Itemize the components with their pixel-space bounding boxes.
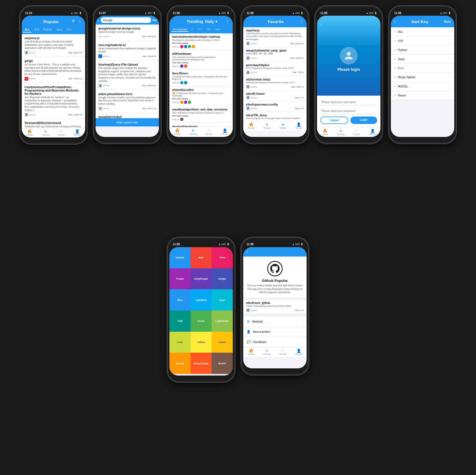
about-menu-author[interactable]: 👤 About Author › [243,327,307,337]
repo-item[interactable]: git/git Git Source Code Mirror - This is… [22,57,85,83]
back-button[interactable]: ‹ [320,23,321,27]
filter-go[interactable]: Go [206,27,211,32]
sort-item-mysql[interactable]: ≡ MySQL [391,82,454,91]
nav-favorite[interactable]: ♡ Favorite [275,349,291,355]
color-teal[interactable]: Teal [169,311,191,332]
sort-item-all[interactable]: ≡ ALL [391,27,454,36]
filter-c[interactable]: C [191,27,195,32]
trending-item[interactable]: NervJS/nerv A blazing fast React alterna… [169,70,233,87]
color-deeppurple[interactable]: DeepPurple [191,268,212,290]
fav-item[interactable]: nwjs/nw.js Call all Node.js modules dire… [243,27,307,47]
more-icon[interactable]: ⋮ [78,19,82,24]
fav-item[interactable]: ztlevi/E-Guard 👤 Author: Star: 1★ [243,91,307,101]
nav-favorite[interactable]: ♥ Favorite [275,122,291,129]
color-green[interactable]: Green [191,311,212,332]
sort-item-react-native[interactable]: ≡ React Native [391,73,454,82]
color-lightgreen[interactable]: LightGreen [212,311,233,332]
color-red[interactable]: Red [191,247,212,268]
nav-trending[interactable]: ✳ Trending [333,129,349,135]
tab-cpp[interactable]: C++ [65,27,73,33]
nav-favorite[interactable]: ♡ Favorite [201,128,217,135]
nav-account[interactable]: 👤 Account [291,349,307,355]
color-indigo[interactable]: Indigo [212,268,233,290]
nav-account[interactable]: 👤 Account [69,129,85,136]
trending-item[interactable]: mandliya/algorithms_and_data_structures … [169,106,233,123]
password-input[interactable] [320,108,377,114]
save-button[interactable]: Save [444,20,451,23]
fav-item[interactable]: gencebay/httplive HTTP Request & Respons… [243,62,307,76]
about-repo-item[interactable]: ztlevi/react_github Github Treading App … [243,300,307,314]
color-orange[interactable]: Orange [169,353,191,374]
logout-button[interactable]: Logout [320,117,348,124]
more-icon[interactable]: ⋮ [226,19,229,24]
color-brown[interactable]: Brown [212,353,233,374]
nav-trending[interactable]: ✳ Trending [38,129,54,136]
nav-trending[interactable]: ✳ Trending [259,349,275,355]
sort-item-python[interactable]: ≡ Python [391,45,454,55]
nav-trending[interactable]: ✳ Trending [259,122,275,129]
trending-item[interactable]: lAIK/meltdown This repository contains s… [169,50,233,70]
search-input[interactable]: Google [101,17,151,23]
nav-popular[interactable]: 🔥 Popular [22,129,38,136]
go-button[interactable]: Go [153,18,157,22]
repo-item[interactable]: nwjs/nw.js Call all Node.js modules dire… [22,34,85,57]
repo-item[interactable]: CamDavidsonPilon/Probabilistic-Programmi… [22,83,85,119]
trending-item[interactable]: kamranahmedse/developer-roadmap Roadmap … [169,33,233,50]
tab-ios[interactable]: iOS [33,27,40,33]
sort-item-ios[interactable]: ≡ iOS [391,36,454,45]
filter-cpp[interactable]: C++ [197,27,204,32]
back-button[interactable]: ‹ [98,18,99,22]
filter-all-lang[interactable]: All Language [172,27,188,32]
nav-favorite[interactable]: ♡ Favorite [349,129,365,135]
nav-popular-label: Popular [248,353,255,355]
filter-java[interactable]: Java [213,27,221,32]
repo-item[interactable]: blueimp/jQuery-File-Upload File Upload w… [96,61,159,90]
trending-item[interactable]: nhnent/tui.editor 🍞📝 Markdown WYSIWYG Ed… [169,87,233,106]
back-button[interactable]: ‹ [247,249,248,254]
fav-repo-desc: Demo program for TRI project built on El… [246,117,304,120]
tab-all[interactable]: ALL [23,27,31,33]
fav-item[interactable]: ztlevi/spacemacs-config 👤 Author: Star: … [243,101,307,112]
color-pink[interactable]: Pink [212,247,233,268]
nav-account[interactable]: 👤 Account [365,129,381,135]
repo-item[interactable]: StreisandEffect/streisand Streisand sets… [22,119,85,128]
add-custom-key-button[interactable]: Add custom key [96,118,159,126]
repo-item[interactable]: adam-p/markdown-here Google Chrome, Fire… [96,90,159,113]
nav-popular[interactable]: 🔥 Popular [317,129,333,135]
fav-item[interactable]: ztlevi/TRI_demo Demo program for TRI pro… [243,112,307,121]
nav-popular[interactable]: 🔥 Popular [243,122,259,129]
color-lightblue[interactable]: LightBlue [191,289,212,311]
nav-account[interactable]: 👤 Account [291,122,307,129]
nav-trending[interactable]: ✳ Trending [185,128,201,135]
nav-popular[interactable]: 🔥 Popular [169,128,185,135]
nav-account[interactable]: 👤 Account [217,128,233,135]
tab-python[interactable]: Python [42,27,53,33]
more-icon[interactable]: ⋮ [299,19,303,24]
sort-item-react[interactable]: ≡ React [391,91,454,100]
color-default[interactable]: Default [169,247,191,268]
trending-item[interactable]: developit/workerize Run a module in a We… [169,123,233,127]
fav-item[interactable]: sb2nov/mac-setup Installing Development … [243,76,307,91]
fav-item[interactable]: wangshub/wechat_jump_game python 微信《跳一跳》… [243,47,307,62]
nav-favorite[interactable]: ♡ Favorite [53,129,69,136]
username-input[interactable] [320,99,377,106]
repo-item[interactable]: mui-org/material-ui React components tha… [96,41,159,61]
tab-java[interactable]: Java [55,27,64,33]
repo-item[interactable]: google/protobuf Protocol Buffers - Googl… [96,113,159,118]
sort-item-cpp[interactable]: ≡ C++ [391,64,454,73]
color-blue[interactable]: Blue [169,289,191,311]
about-menu-feedback[interactable]: 💬 Feedback › [243,337,307,347]
color-yellow[interactable]: Yellow [191,332,212,353]
repo-author: 🦝 Author: [98,107,110,110]
repo-item[interactable]: google/material-design-icons Material De… [96,25,159,41]
color-purple[interactable]: Purple [169,268,191,290]
login-button[interactable]: Login [350,117,377,124]
search-icon[interactable]: 🔍 [72,19,76,24]
sort-item-java[interactable]: ≡ Java [391,55,454,64]
color-cyan[interactable]: Cyan [212,289,233,311]
nav-popular[interactable]: 🔥 Popular [243,349,259,355]
about-menu-website[interactable]: 🖥 Website › [243,317,307,327]
color-lime[interactable]: Lime [169,332,191,353]
color-amber[interactable]: Amber [212,332,233,353]
color-deeporange[interactable]: DeepOrange [191,353,212,374]
